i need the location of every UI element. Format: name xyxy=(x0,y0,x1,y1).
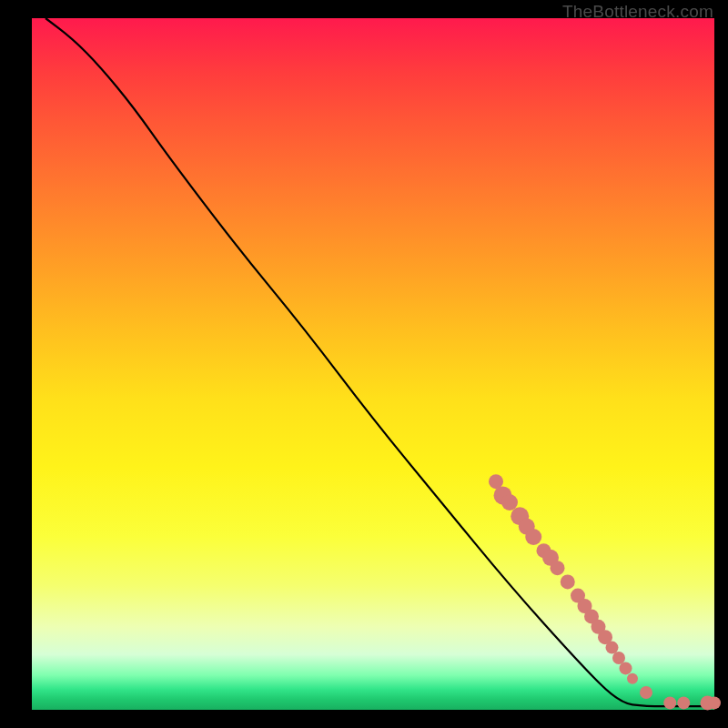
data-marker xyxy=(561,574,575,589)
curve-layer xyxy=(32,18,714,710)
attribution-label: TheBottleneck.com xyxy=(562,2,713,22)
plot-area xyxy=(32,18,714,710)
data-marker xyxy=(612,652,625,664)
data-marker xyxy=(708,696,721,709)
data-marker xyxy=(606,642,619,654)
chart-frame: TheBottleneck.com xyxy=(0,0,728,728)
data-marker xyxy=(627,673,638,684)
data-markers xyxy=(489,474,721,710)
data-marker xyxy=(501,494,518,511)
data-marker xyxy=(551,561,565,575)
data-marker xyxy=(640,686,652,699)
data-marker xyxy=(677,696,690,709)
bottleneck-curve xyxy=(46,18,714,706)
data-marker xyxy=(620,662,632,674)
data-marker xyxy=(663,696,676,709)
data-marker xyxy=(525,529,541,545)
